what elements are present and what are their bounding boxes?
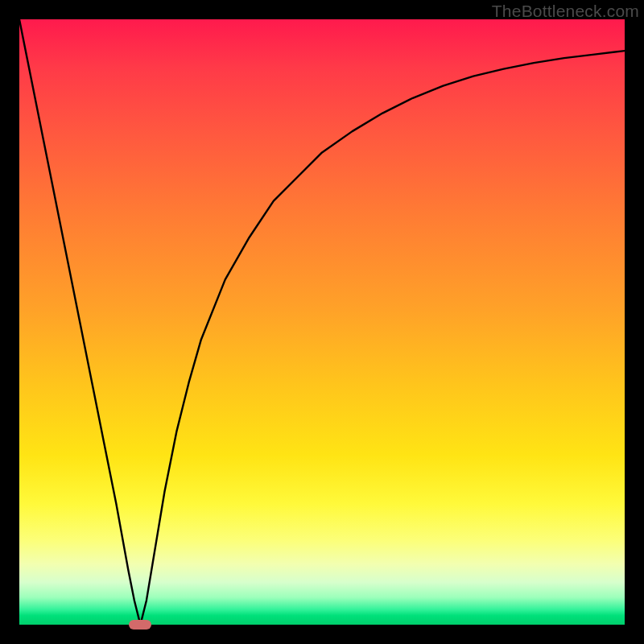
value-curve-path	[19, 19, 625, 625]
chart-frame: TheBottleneck.com	[0, 0, 644, 644]
watermark-text: TheBottleneck.com	[492, 2, 639, 21]
curve-svg	[19, 19, 625, 625]
plot-area	[19, 19, 625, 625]
optimum-marker	[129, 620, 151, 630]
